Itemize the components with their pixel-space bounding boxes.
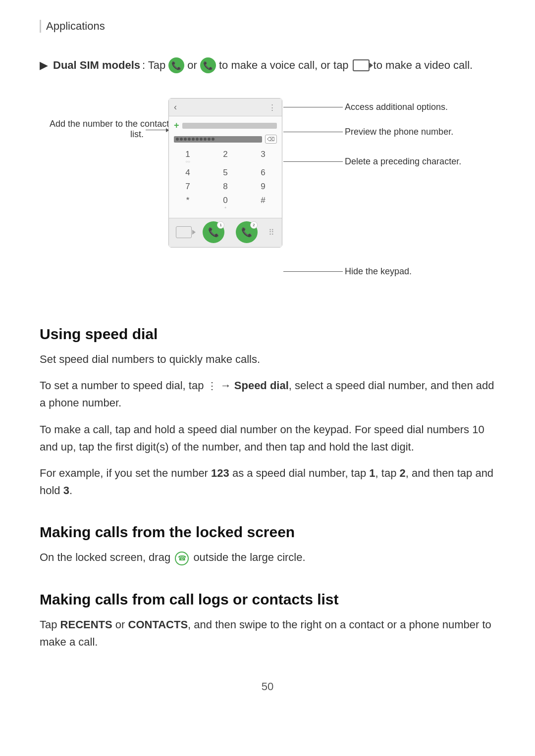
section-para-speed-dial-3: To make a call, tap and hold a speed dia… — [40, 421, 495, 455]
keypad-row-3: 7 8 9 — [174, 182, 277, 192]
ann-line-delete — [283, 161, 343, 162]
digit-dot-5 — [192, 138, 195, 141]
keypad-toggle-icon[interactable]: ⠿ — [268, 228, 275, 237]
keypad-row-1: 1 ○○ 2 3 — [174, 150, 277, 164]
key-6[interactable]: 6 — [249, 168, 277, 178]
video-call-button[interactable] — [176, 226, 192, 238]
dual-sim-section: ▶ Dual SIM models : Tap 📞 or 📞 to make a… — [40, 57, 495, 73]
digit-dot-1 — [176, 138, 179, 141]
input-row: ⌫ — [169, 133, 282, 148]
annotation-hide: Hide the keypad. — [345, 266, 412, 277]
page: Applications ▶ Dual SIM models : Tap 📞 o… — [0, 0, 535, 756]
dual-sim-text1: : Tap — [142, 59, 165, 72]
key-1[interactable]: 1 ○○ — [174, 150, 202, 164]
annotation-add-number-text: Add the number to the contactslist. — [50, 119, 173, 139]
dual-sim-text4: to make a video call. — [374, 59, 473, 72]
dual-sim-line: ▶ Dual SIM models : Tap 📞 or 📞 to make a… — [40, 57, 495, 73]
key-9[interactable]: 9 — [249, 182, 277, 192]
phone-mockup: ‹ ⋮ + — [168, 98, 282, 248]
delete-button[interactable]: ⌫ — [265, 135, 277, 144]
key-8[interactable]: 8 — [212, 182, 239, 192]
key-5[interactable]: 5 — [212, 168, 239, 178]
phone-top-bar: ‹ ⋮ — [169, 99, 282, 116]
key-3[interactable]: 3 — [249, 150, 277, 164]
dual-sim-text3: to make a voice call, or tap — [219, 59, 349, 72]
lock-drag-icon: ☎ — [175, 552, 189, 565]
dual-sim-bold: Dual SIM models — [53, 59, 140, 72]
key-hash[interactable]: # — [249, 196, 277, 210]
digit-dot-10 — [212, 138, 214, 141]
number-display-row: + — [169, 116, 282, 133]
digit-dot-6 — [196, 138, 199, 141]
ann-line-preview — [283, 132, 343, 132]
key-star[interactable]: * — [174, 196, 202, 210]
annotation-add-number: Add the number to the contactslist. — [50, 119, 144, 140]
key-0[interactable]: 0+ — [212, 196, 239, 210]
back-icon: ‹ — [174, 102, 177, 112]
digit-dot-8 — [204, 138, 207, 141]
section-title-speed-dial: Using speed dial — [40, 326, 495, 343]
page-number: 50 — [40, 680, 495, 693]
call-icon-green-2: 📞 — [200, 57, 216, 73]
ann-line-options — [283, 107, 343, 107]
phone-diagram: Add the number to the contactslist. ‹ ⋮ … — [50, 93, 485, 301]
digit-dot-3 — [184, 138, 187, 141]
video-btn-arrow — [192, 230, 196, 235]
sim1-badge: 1 — [217, 221, 224, 229]
digit-dot-7 — [200, 138, 203, 141]
annotation-line-left — [146, 130, 169, 130]
sim2-badge: 2 — [250, 221, 258, 229]
section-para-locked: On the locked screen, drag ☎ outside the… — [40, 549, 495, 566]
key-7[interactable]: 7 — [174, 182, 202, 192]
top-label: Applications — [40, 20, 495, 33]
section-para-speed-dial-2: To set a number to speed dial, tap ⋮ → S… — [40, 377, 495, 411]
entered-digits — [174, 136, 262, 143]
video-icon — [353, 59, 370, 71]
annotation-options: Access additional options. — [345, 102, 448, 112]
call-icon-green-1: 📞 — [168, 57, 184, 73]
add-contact-icon: + — [174, 120, 179, 131]
keypad: 1 ○○ 2 3 4 5 6 — [169, 148, 282, 218]
annotation-preview: Preview the phone number. — [345, 127, 453, 137]
keypad-row-2: 4 5 6 — [174, 168, 277, 178]
dual-sim-text2: or — [187, 59, 197, 72]
annotation-delete: Delete a preceding character. — [345, 156, 461, 167]
more-options-icon: ⋮ — [268, 103, 277, 112]
call-button-sim1[interactable]: 📞 1 — [203, 221, 224, 243]
digit-dot-2 — [180, 138, 183, 141]
section-para-speed-dial-4: For example, if you set the number 123 a… — [40, 464, 495, 499]
section-para-speed-dial-1: Set speed dial numbers to quickly make c… — [40, 351, 495, 368]
number-placeholder-bar — [182, 123, 277, 129]
digit-dot-9 — [208, 138, 211, 141]
section-title-locked: Making calls from the locked screen — [40, 524, 495, 541]
section-title-calllogs: Making calls from call logs or contacts … — [40, 591, 495, 608]
key-4[interactable]: 4 — [174, 168, 202, 178]
section-para-calllogs: Tap RECENTS or CONTACTS, and then swipe … — [40, 616, 495, 651]
digit-dot-4 — [188, 138, 191, 141]
dual-sim-prefix: ▶ — [40, 59, 48, 72]
call-button-sim2[interactable]: 📞 2 — [236, 221, 258, 243]
keypad-row-4: * 0+ # — [174, 196, 277, 210]
phone-bottom-bar: 📞 1 📞 2 ⠿ — [169, 218, 282, 247]
key-2[interactable]: 2 — [212, 150, 239, 164]
ann-line-hide — [283, 271, 343, 272]
